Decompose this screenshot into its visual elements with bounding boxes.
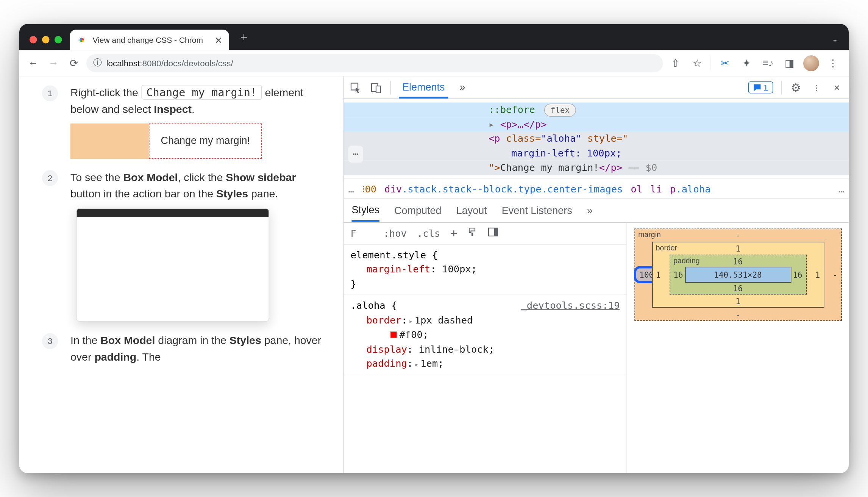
css-value[interactable]: #f00	[400, 329, 423, 340]
bm-padding-bottom[interactable]: 16	[733, 283, 743, 292]
address-bar[interactable]: ⓘ localhost:8080/docs/devtools/css/	[86, 54, 663, 72]
bm-margin-layer[interactable]: margin - - - 100 border 1 1 1 1	[634, 228, 842, 320]
bm-border-layer[interactable]: border 1 1 1 1 padding 16 16 16	[652, 241, 824, 307]
text: ">	[489, 162, 500, 173]
url-host: localhost	[106, 58, 140, 68]
bm-padding-left[interactable]: 16	[673, 270, 683, 279]
breadcrumb-item[interactable]: ol	[631, 183, 643, 194]
breadcrumb-item[interactable]: li	[650, 183, 662, 194]
bm-content-size[interactable]: 140.531×28	[685, 266, 791, 282]
reload-button[interactable]: ⟳	[66, 55, 82, 71]
step-2: 2 To see the Box Model, click the Show s…	[42, 169, 327, 322]
extensions-icon[interactable]: ✦	[738, 55, 754, 71]
bm-border-left[interactable]: 1	[656, 270, 661, 279]
source-file-link[interactable]: _devtools.scss:19	[521, 299, 620, 313]
css-value[interactable]: inline-block	[419, 343, 489, 355]
dom-row-selected[interactable]: ">Change my margin!</p> == $0	[344, 161, 849, 175]
dom-tree[interactable]: ::before flex ▸ <p>…</p> ⋯ <p class="alo…	[344, 99, 849, 178]
more-menu-icon[interactable]: ⋮	[810, 81, 823, 94]
crumb-overflow[interactable]: …	[838, 183, 844, 194]
dom-row-selected[interactable]: margin-left: 100px;	[344, 146, 849, 160]
crumb-overflow[interactable]: …	[348, 183, 354, 194]
paint-icon[interactable]	[467, 227, 478, 239]
css-value[interactable]: 1em	[420, 358, 438, 369]
css-rule-aloha[interactable]: _devtools.scss:19 .aloha { border:▸1px d…	[344, 295, 627, 375]
inspect-element-icon[interactable]	[350, 81, 362, 94]
bm-padding-top[interactable]: 16	[733, 257, 743, 266]
minimize-window-button[interactable]	[42, 36, 50, 44]
bm-margin-bottom[interactable]: -	[735, 309, 740, 319]
color-swatch[interactable]	[390, 331, 397, 338]
styles-subtabs: Styles Computed Layout Event Listeners »	[344, 199, 849, 223]
tab-title: View and change CSS - Chrom	[93, 36, 203, 45]
crumb-cut[interactable]: ⁝00	[362, 183, 376, 194]
bm-margin-right[interactable]: -	[833, 270, 838, 279]
site-info-icon[interactable]: ⓘ	[93, 58, 102, 69]
bold-text: Show sidebar	[226, 171, 296, 183]
dom-breadcrumbs[interactable]: … ⁝00 div.stack.stack--block.type.center…	[344, 178, 849, 199]
bm-padding-layer[interactable]: padding 16 16 16 16 140.531×28	[670, 255, 807, 294]
new-tab-button[interactable]: ＋	[234, 29, 254, 50]
bm-border-right[interactable]: 1	[815, 270, 820, 279]
box-model-diagram[interactable]: margin - - - 100 border 1 1 1 1	[634, 228, 842, 320]
css-property[interactable]: border	[367, 314, 401, 325]
step-3: 3 In the Box Model diagram in the Styles…	[42, 332, 327, 365]
subtab-computed[interactable]: Computed	[394, 205, 442, 217]
scissors-extension-icon[interactable]: ✂	[717, 55, 733, 71]
styles-filter-input[interactable]	[351, 228, 373, 239]
attr-name: style	[587, 133, 617, 144]
chrome-menu-icon[interactable]: ⋮	[825, 55, 841, 71]
text: pane.	[248, 188, 278, 200]
dom-row-selected[interactable]: <p class="aloha" style="	[344, 131, 849, 146]
subtab-event-listeners[interactable]: Event Listeners	[502, 205, 572, 217]
dom-row[interactable]: ::before flex	[344, 103, 849, 117]
reading-list-icon[interactable]: ≡♪	[760, 55, 776, 71]
back-button[interactable]: ←	[25, 55, 41, 71]
subtab-styles[interactable]: Styles	[352, 204, 380, 222]
dom-row[interactable]: ▸ <p>…</p>	[344, 117, 849, 131]
css-property[interactable]: padding	[367, 358, 407, 369]
bm-label-padding: padding	[673, 256, 699, 265]
bm-border-bottom[interactable]: 1	[735, 297, 740, 306]
share-icon[interactable]: ⇧	[668, 55, 684, 71]
css-value[interactable]: 1px dashed	[415, 314, 473, 325]
bookmark-icon[interactable]: ☆	[689, 55, 705, 71]
profile-avatar[interactable]	[803, 55, 819, 71]
expand-dom-siblings-button[interactable]: ⋯	[348, 146, 363, 163]
close-tab-icon[interactable]: ✕	[215, 34, 222, 45]
change-my-margin-element[interactable]: Change my margin!	[149, 123, 262, 159]
bold-text: Styles	[229, 334, 261, 346]
separator	[390, 81, 391, 94]
subtab-layout[interactable]: Layout	[456, 205, 487, 217]
more-tabs-icon[interactable]: »	[456, 77, 469, 98]
bm-padding-right[interactable]: 16	[793, 270, 802, 279]
step-text: To see the Box Model, click the Show sid…	[70, 169, 327, 322]
tab-elements[interactable]: Elements	[399, 77, 448, 98]
inline-code: Change my margin!	[141, 85, 262, 100]
tabs-dropdown-icon[interactable]: ⌄	[828, 34, 842, 50]
breadcrumb-item-active[interactable]: p.aloha	[670, 183, 711, 194]
flex-badge[interactable]: flex	[544, 104, 576, 117]
bm-margin-top[interactable]: -	[735, 231, 740, 240]
more-subtabs-icon[interactable]: »	[587, 205, 593, 217]
bm-border-top[interactable]: 1	[735, 244, 740, 253]
cls-toggle[interactable]: .cls	[417, 228, 440, 239]
css-value[interactable]: 100px	[442, 263, 471, 275]
side-panel-icon[interactable]: ◨	[782, 55, 798, 71]
close-devtools-icon[interactable]: ✕	[831, 81, 843, 94]
css-property[interactable]: display	[367, 343, 407, 355]
toolbar-right: ⇧ ☆ ✂ ✦ ≡♪ ◨ ⋮	[668, 55, 843, 71]
forward-button[interactable]: →	[45, 55, 61, 71]
browser-tab[interactable]: View and change CSS - Chrom ✕	[70, 30, 229, 50]
issues-badge[interactable]: 1	[748, 81, 773, 94]
maximize-window-button[interactable]	[55, 36, 62, 44]
hov-toggle[interactable]: :hov	[384, 228, 407, 239]
css-rule-element-style[interactable]: element.style { margin-left: 100px; }	[344, 244, 627, 295]
breadcrumb-item[interactable]: div.stack.stack--block.type.center-image…	[384, 183, 623, 194]
css-property[interactable]: margin-left	[367, 263, 431, 275]
computed-sidebar-icon[interactable]	[488, 227, 498, 239]
new-rule-icon[interactable]: +	[450, 227, 457, 240]
device-toggle-icon[interactable]	[370, 81, 382, 94]
settings-icon[interactable]: ⚙	[790, 81, 802, 94]
close-window-button[interactable]	[30, 36, 37, 44]
